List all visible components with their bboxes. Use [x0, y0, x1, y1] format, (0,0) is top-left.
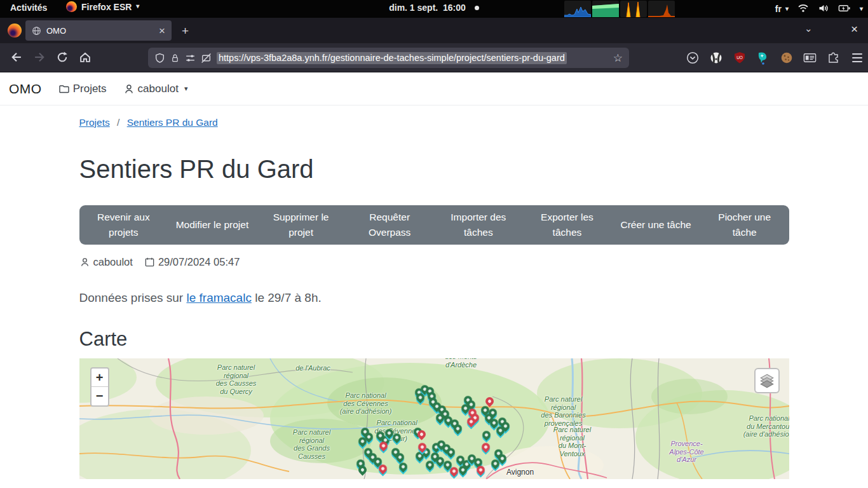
breadcrumb-projects-link[interactable]: Projets — [79, 117, 110, 128]
bookmark-star-icon[interactable]: ☆ — [613, 51, 623, 65]
url-text-selected[interactable]: https://vps-3fba2a8a.ynh.fr/gestionnaire… — [217, 52, 567, 64]
brand[interactable]: OMO — [9, 81, 42, 97]
wifi-icon — [797, 3, 809, 15]
pocket-icon[interactable] — [685, 51, 700, 65]
create-task-button[interactable]: Créer une tâche — [611, 205, 700, 245]
breadcrumb-separator: / — [117, 117, 119, 128]
menu-hamburger-icon[interactable] — [850, 51, 864, 65]
user-menu[interactable]: caboulot ▾ — [123, 83, 188, 95]
import-tasks-button[interactable]: Importer des tâches — [434, 205, 523, 245]
map-layers-control[interactable] — [754, 368, 780, 393]
map-canvas[interactable]: + − Parc naturelrégionaldes Caussesdu Qu… — [79, 358, 789, 479]
reload-button[interactable] — [56, 51, 69, 66]
map-label: Avignon — [506, 468, 534, 477]
caret-down-icon: ▾ — [184, 85, 188, 93]
back-to-projects-button[interactable]: Revenir aux projets — [79, 205, 168, 245]
lock-icon[interactable] — [170, 53, 180, 64]
firefox-icon — [66, 1, 77, 12]
project-meta: caboulot 29/07/2024 05:47 — [79, 256, 789, 268]
ublock-origin-icon[interactable]: UO — [732, 51, 747, 65]
gnome-top-bar: Activités Firefox ESR ▾ dim. 1 sept. 16:… — [0, 0, 868, 18]
swap-graph-icon — [620, 1, 647, 17]
extension-buttons: UO — [685, 43, 864, 72]
extension-bird-icon[interactable] — [756, 51, 770, 65]
caret-down-icon: ▾ — [785, 5, 789, 12]
pick-task-button[interactable]: Piocher une tâche — [700, 205, 789, 245]
firefox-logo-icon — [8, 24, 22, 37]
memory-graph-icon — [592, 1, 619, 17]
window-close-button[interactable]: × — [851, 22, 858, 36]
map-label: de l'Aubrac — [295, 364, 330, 372]
back-button[interactable] — [10, 51, 23, 66]
map-label: Parc naturelrégionaldes Baronniesprovenç… — [541, 395, 585, 427]
edit-project-button[interactable]: Modifier le projet — [168, 205, 257, 245]
list-tabs-chevron-icon[interactable]: ⌄ — [804, 23, 813, 34]
map-heading: Carte — [79, 328, 789, 351]
project-description: Données prises sur le framacalc le 29/7 … — [79, 291, 789, 305]
map-label: Parc naturelrégionaldes GrandsCausses — [293, 428, 330, 460]
framacalc-link[interactable]: le framacalc — [186, 291, 251, 304]
delete-project-button[interactable]: Supprimer le projet — [257, 205, 346, 245]
calendar-icon — [144, 257, 155, 268]
new-tab-button[interactable]: + — [182, 24, 189, 38]
app-menu[interactable]: Firefox ESR ▾ — [66, 1, 139, 12]
map-label: Parc nationaldu Mercantour(aire d'adhési… — [743, 414, 789, 438]
zoom-out-button[interactable]: − — [92, 387, 108, 405]
forward-button[interactable] — [33, 51, 46, 66]
nav-projects-link[interactable]: Projets — [58, 83, 107, 95]
meta-date: 29/07/2024 05:47 — [144, 256, 240, 268]
caret-down-icon: ▾ — [136, 3, 139, 10]
autoplay-blocked-icon[interactable] — [201, 53, 212, 64]
zoom-in-button[interactable]: + — [92, 369, 108, 387]
map-label: Parc naturelrégionaldu Mont-Ventoux — [553, 426, 591, 458]
meta-author: caboulot — [79, 256, 133, 268]
reader-card-icon[interactable] — [803, 51, 817, 65]
map-label: Parc nationaldes Cévennes(aire d'adhésio… — [340, 391, 392, 416]
export-tasks-button[interactable]: Exporter les tâches — [523, 205, 612, 245]
cookie-icon[interactable] — [779, 51, 794, 65]
tab-title: OMO — [46, 26, 159, 36]
tracking-protection-shield-icon[interactable] — [154, 53, 165, 64]
folder-icon — [58, 83, 70, 95]
globe-icon — [32, 26, 41, 36]
system-monitor-applet — [564, 1, 675, 17]
volume-icon — [818, 3, 829, 15]
person-icon — [79, 257, 90, 268]
breadcrumb-current-link[interactable]: Sentiers PR du Gard — [127, 117, 218, 128]
extensions-puzzle-icon[interactable] — [826, 51, 841, 65]
activities-button[interactable]: Activités — [10, 3, 47, 13]
browser-tab[interactable]: OMO × — [25, 20, 172, 41]
url-bar[interactable]: https://vps-3fba2a8a.ynh.fr/gestionnaire… — [148, 48, 629, 68]
map-label: Provence-Alpes-Côted'Azur — [669, 440, 703, 464]
cpu-graph-icon — [564, 1, 591, 17]
tab-close-icon[interactable]: × — [159, 25, 165, 36]
notification-dot-icon — [475, 6, 479, 10]
page-content: OMO Projets caboulot ▾ Projets / Sentier… — [0, 72, 868, 488]
system-tray: fr ▾ ▾ — [775, 0, 863, 18]
map-label: Parc naturelrégionaldes Caussesdu Quercy — [216, 363, 257, 395]
breadcrumb: Projets / Sentiers PR du Gard — [79, 117, 789, 128]
system-menu-caret-icon[interactable]: ▾ — [860, 5, 863, 12]
person-icon — [123, 83, 135, 95]
site-navbar: OMO Projets caboulot ▾ — [0, 72, 868, 105]
layers-icon — [759, 372, 775, 389]
svg-text:UO: UO — [736, 55, 743, 60]
page-title: Sentiers PR du Gard — [79, 155, 789, 184]
battery-charging-icon — [838, 4, 851, 15]
permissions-icon[interactable] — [185, 53, 196, 64]
browser-tab-bar: OMO × + ⌄ × — [0, 18, 868, 43]
query-overpass-button[interactable]: Requêter Overpass — [345, 205, 434, 245]
home-button[interactable] — [79, 51, 92, 66]
network-graph-icon — [648, 1, 675, 17]
map-zoom-control: + − — [90, 367, 109, 407]
map-label: des Montsd'Ardèche — [445, 358, 477, 369]
keyboard-layout-indicator[interactable]: fr ▾ — [775, 4, 789, 14]
project-action-toolbar: Revenir aux projets Modifier le projet S… — [79, 205, 789, 245]
privacy-badger-icon[interactable] — [709, 51, 723, 65]
browser-toolbar: https://vps-3fba2a8a.ynh.fr/gestionnaire… — [0, 43, 868, 72]
